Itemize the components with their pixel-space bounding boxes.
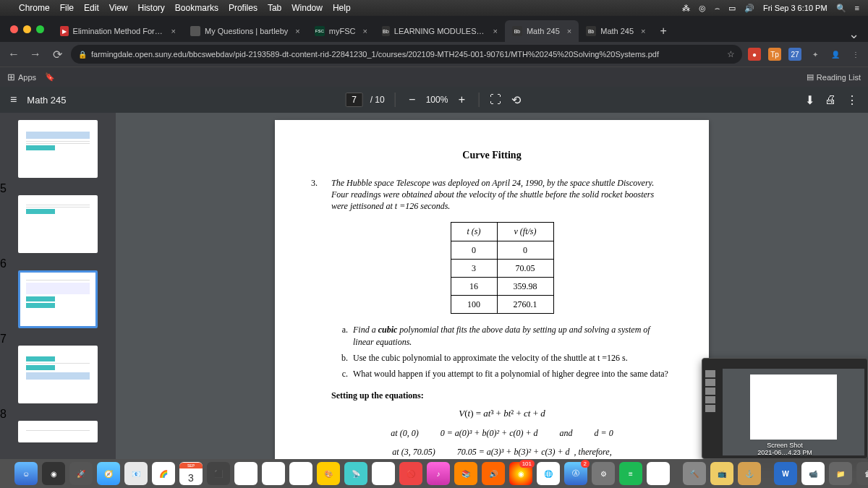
profile-button[interactable]: 👤 [829, 48, 842, 61]
fit-page[interactable]: ⛶ [489, 93, 502, 106]
bookmark-item[interactable]: 🔖 [45, 72, 55, 82]
window-controls [6, 25, 53, 33]
apps-bookmark[interactable]: Apps [18, 73, 36, 82]
thumbnail-5[interactable] [18, 120, 98, 178]
maximize-window[interactable] [36, 25, 44, 33]
tab-overflow[interactable]: ⌄ [840, 26, 868, 42]
folder-icon[interactable]: 📁 [829, 462, 852, 485]
photos-icon[interactable]: 🌈 [152, 462, 175, 485]
tab-5-active[interactable]: BbMath 245× [505, 20, 579, 42]
books-icon[interactable]: 📚 [454, 462, 477, 485]
menu-history[interactable]: History [138, 3, 165, 13]
menu-bookmarks[interactable]: Bookmarks [175, 3, 218, 13]
tab-4[interactable]: BbLEARNING MODULES – MTH24× [375, 20, 505, 42]
close-tab[interactable]: × [641, 27, 645, 35]
thumbnail-9[interactable] [18, 421, 98, 442]
zoom-in[interactable]: + [455, 93, 468, 106]
finder-icon[interactable]: ☺ [14, 462, 38, 485]
tab-1[interactable]: ▶Elimination Method For Solving× [53, 20, 183, 42]
print[interactable]: 🖨 [825, 93, 836, 107]
forward-button[interactable]: → [27, 48, 43, 61]
app-icon[interactable]: ⬛ [207, 462, 230, 485]
clock[interactable]: Fri Sep 3 6:10 PM [763, 4, 827, 12]
mail-icon[interactable]: 📧 [124, 462, 148, 485]
menu-window[interactable]: Window [292, 3, 323, 13]
thumbnail-7-selected[interactable] [18, 270, 98, 328]
extension-icon[interactable]: ● [748, 48, 761, 61]
app-icon[interactable]: 📺 [710, 462, 733, 485]
app-icon[interactable]: 🎨 [317, 462, 340, 485]
word-icon[interactable]: W [774, 462, 797, 485]
bookmark-star[interactable]: ☆ [727, 49, 735, 59]
app-icon[interactable]: ◉101 [509, 462, 532, 485]
appstore-icon[interactable]: Ⓐ2 [564, 462, 587, 485]
menu-tab[interactable]: Tab [268, 3, 281, 13]
volume-icon[interactable]: 🔊 [744, 4, 754, 13]
app-icon[interactable]: ▫ [647, 462, 670, 485]
app-icon[interactable]: ◐ [289, 462, 312, 485]
reading-list[interactable]: Reading List [817, 73, 861, 82]
maps-icon[interactable]: 🗺 [262, 462, 285, 485]
app-icon[interactable]: 🚫 [399, 462, 422, 485]
close-tab[interactable]: × [493, 27, 497, 35]
app-name[interactable]: Chrome [19, 3, 50, 13]
page-input[interactable] [346, 93, 363, 107]
reload-button[interactable]: ⟳ [49, 48, 65, 61]
extension-icon[interactable]: 27 [788, 48, 801, 61]
close-tab[interactable]: × [362, 27, 367, 35]
thumbnail-6[interactable] [18, 195, 98, 253]
app-icon[interactable]: 🔊 [482, 462, 505, 485]
result: d = 0 [595, 427, 613, 439]
tab-6[interactable]: BbMath 245× [579, 20, 652, 42]
safari-icon[interactable]: 🧭 [97, 462, 120, 485]
settings-icon[interactable]: ⚙ [592, 462, 615, 485]
app-icon[interactable]: 📡 [344, 462, 367, 485]
spotify-icon[interactable]: ≡ [619, 462, 642, 485]
address-bar[interactable]: 🔒 farmingdale.open.suny.edu/bbcswebdav/p… [71, 45, 742, 64]
tab-2[interactable]: My Questions | bartleby× [183, 20, 307, 42]
calendar-icon[interactable]: SEP3 [179, 462, 203, 485]
facetime-icon[interactable]: 📹 [801, 462, 825, 485]
back-button[interactable]: ← [6, 48, 22, 61]
extensions-menu[interactable]: ✦ [809, 48, 822, 61]
wifi-icon[interactable]: ⌢ [715, 4, 720, 13]
close-tab[interactable]: × [171, 27, 176, 35]
close-tab[interactable]: × [567, 27, 571, 35]
favicon: Bb [512, 26, 522, 36]
app-icon[interactable]: ⋮⋮ [234, 462, 258, 485]
app-icon[interactable]: 🔨 [683, 462, 706, 485]
launchpad-icon[interactable]: ◉ [42, 462, 65, 485]
app-icon[interactable]: 🚀 [69, 462, 93, 485]
status-icon[interactable]: ⁂ [682, 4, 690, 13]
minimize-window[interactable] [23, 25, 31, 33]
tab-3[interactable]: FSCmyFSC× [307, 20, 375, 42]
pdf-menu[interactable]: ≡ [10, 93, 17, 106]
zoom-out[interactable]: − [406, 93, 419, 106]
pdf-more[interactable]: ⋮ [846, 93, 858, 107]
equation: 0 = a(0)³ + b(0)² + c(0) + d [441, 427, 538, 439]
display-icon[interactable]: ▭ [728, 4, 736, 13]
menu-edit[interactable]: Edit [84, 3, 99, 13]
trash-icon[interactable]: 🗑 [856, 462, 868, 485]
menu-help[interactable]: Help [333, 3, 351, 13]
equation-main: V(t) = at³ + bt² + ct + d [331, 407, 673, 420]
close-window[interactable] [10, 25, 18, 33]
extension-icon[interactable]: Tp [768, 48, 781, 61]
control-center-icon[interactable]: ≡ [855, 4, 859, 12]
app-icon[interactable]: ⚓ [738, 462, 761, 485]
status-icon[interactable]: ◎ [699, 4, 706, 13]
thumbnail-8[interactable] [18, 346, 98, 403]
app-icon[interactable]: ⬆ [372, 462, 395, 485]
sub-c: What would happen if you attempt to fit … [350, 368, 673, 380]
download[interactable]: ⬇ [805, 93, 814, 107]
spotlight-icon[interactable]: 🔍 [836, 4, 846, 13]
menu-profiles[interactable]: Profiles [229, 3, 258, 13]
menu-file[interactable]: File [60, 3, 74, 13]
chrome-icon[interactable]: 🌐 [537, 462, 560, 485]
rotate[interactable]: ⟲ [509, 93, 522, 107]
close-tab[interactable]: × [295, 27, 299, 35]
menu-view[interactable]: View [109, 3, 128, 13]
music-icon[interactable]: ♪ [427, 462, 450, 485]
new-tab[interactable]: + [653, 20, 674, 42]
chrome-menu[interactable]: ⋮ [849, 48, 862, 61]
